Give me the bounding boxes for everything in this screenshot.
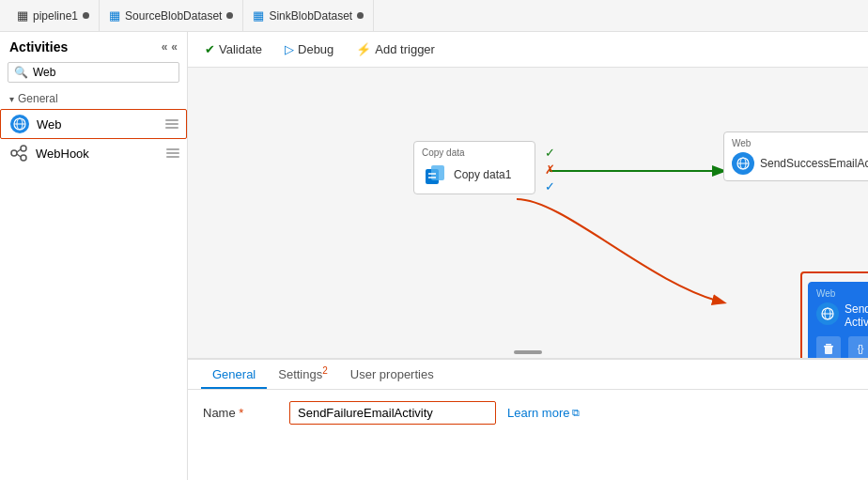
- web-success-title: Web: [732, 138, 865, 148]
- webhook-icon: [9, 144, 28, 163]
- add-trigger-button[interactable]: ⚡ Add trigger: [352, 40, 439, 58]
- web-failure-title: Web: [816, 288, 868, 299]
- tab-source-label: SourceBlobDataset: [125, 9, 222, 23]
- debug-button[interactable]: ▷ Debug: [281, 40, 337, 58]
- canvas-area[interactable]: Copy data Copy data1 ✓ ✗ ✓: [188, 68, 868, 358]
- pipeline-icon: ▦: [17, 8, 28, 23]
- node-actions-bar: {} →: [816, 336, 868, 358]
- debug-label: Debug: [298, 42, 333, 56]
- fail-connect-icon[interactable]: ✗: [545, 163, 555, 177]
- expand-icon[interactable]: «: [171, 40, 178, 54]
- sidebar-search-box[interactable]: 🔍: [8, 62, 179, 83]
- copy-data-node[interactable]: Copy data Copy data1 ✓ ✗ ✓: [413, 141, 535, 194]
- validate-label: Validate: [219, 42, 262, 56]
- debug-icon: ▷: [285, 42, 294, 56]
- main-layout: Activities « « 🔍 ▾ General: [0, 32, 868, 480]
- web-item-drag: [165, 119, 178, 129]
- svg-point-5: [21, 155, 26, 161]
- tab-user-properties[interactable]: User properties: [339, 362, 445, 389]
- search-input[interactable]: [33, 66, 173, 79]
- copy-node-side-icons: ✓ ✗ ✓: [545, 146, 555, 194]
- tab-sink-blob[interactable]: ▦ SinkBlobDataset: [243, 0, 374, 32]
- web-success-globe-icon: [732, 152, 754, 175]
- source-table-icon: ▦: [109, 8, 120, 23]
- section-general-label: General: [18, 92, 58, 105]
- right-panel: ✔ Validate ▷ Debug ⚡ Add trigger: [188, 32, 868, 480]
- web-failure-node[interactable]: Web SendFailureEmailActivity ✓: [808, 282, 868, 358]
- success-connect-icon[interactable]: ✓: [545, 146, 555, 160]
- name-input[interactable]: [289, 401, 496, 425]
- copy-data-label: Copy data1: [454, 168, 511, 181]
- sidebar-header-icons: « «: [162, 40, 178, 54]
- copy-data-body: Copy data1: [422, 162, 527, 188]
- settings-badge: 2: [322, 365, 328, 376]
- sidebar-header: Activities « «: [0, 32, 187, 62]
- canvas-svg: [188, 68, 868, 358]
- web-icon: [10, 115, 29, 133]
- copy-data-title: Copy data: [422, 147, 527, 158]
- web-success-node[interactable]: Web SendSuccessEmailActivity ✓ ✗: [723, 132, 868, 181]
- canvas-scroll-indicator: [514, 350, 542, 354]
- web-item-label: Web: [37, 117, 62, 132]
- svg-line-6: [17, 149, 21, 152]
- bottom-tabs-bar: General Settings2 User properties: [188, 360, 868, 390]
- bottom-panel: General Settings2 User properties Name *…: [188, 358, 868, 480]
- tab-settings[interactable]: Settings2: [267, 360, 339, 389]
- tab-sink-label: SinkBlobDataset: [269, 9, 352, 23]
- tab-pipeline1[interactable]: ▦ pipeline1: [8, 0, 100, 32]
- tab-general[interactable]: General: [201, 362, 267, 389]
- svg-rect-19: [826, 344, 831, 346]
- webhook-item-drag: [166, 148, 179, 158]
- external-link-icon: ⧉: [572, 407, 580, 419]
- tab-pipeline1-label: pipeline1: [33, 9, 78, 23]
- web-success-body: SendSuccessEmailActivity ✓ ✗ ✓: [732, 152, 865, 175]
- svg-point-3: [11, 150, 17, 156]
- bottom-content: Name * Learn more ⧉: [188, 390, 868, 436]
- learn-more-label: Learn more: [507, 406, 569, 420]
- svg-point-4: [21, 146, 26, 151]
- tab-settings-label: Settings: [278, 367, 322, 381]
- canvas-toolbar: ✔ Validate ▷ Debug ⚡ Add trigger: [188, 32, 868, 68]
- validate-icon: ✔: [205, 42, 215, 56]
- learn-more-link[interactable]: Learn more ⧉: [507, 406, 580, 420]
- sidebar-item-web[interactable]: Web: [0, 109, 187, 139]
- web-failure-globe-icon: [816, 302, 839, 325]
- webhook-item-label: WebHook: [36, 147, 89, 161]
- trigger-icon: ⚡: [356, 42, 371, 56]
- tab-user-properties-label: User properties: [350, 367, 434, 381]
- copy-data-icon: [422, 162, 448, 188]
- complete-connect-icon[interactable]: ✓: [545, 179, 555, 194]
- add-trigger-label: Add trigger: [375, 42, 435, 56]
- sidebar-item-webhook[interactable]: WebHook: [0, 139, 187, 167]
- web-failure-body: SendFailureEmailActivity ✓ ✗ ✓: [816, 302, 868, 329]
- sidebar: Activities « « 🔍 ▾ General: [0, 32, 188, 480]
- web-failure-label: SendFailureEmailActivity: [845, 302, 868, 329]
- tab-general-label: General: [212, 367, 256, 381]
- chevron-down-icon: ▾: [9, 94, 14, 104]
- name-field-label: Name *: [203, 406, 278, 420]
- tab-source-dot: [226, 12, 233, 19]
- svg-line-7: [17, 154, 21, 157]
- delete-node-button[interactable]: [816, 336, 841, 358]
- web-success-label: SendSuccessEmailActivity: [760, 157, 854, 170]
- variables-node-button[interactable]: {}: [848, 336, 868, 358]
- activities-title: Activities: [9, 39, 68, 54]
- tabs-bar: ▦ pipeline1 ▦ SourceBlobDataset ▦ SinkBl…: [0, 0, 868, 32]
- name-required-star: *: [239, 406, 243, 420]
- name-label-text: Name: [203, 406, 236, 420]
- sink-table-icon: ▦: [253, 8, 264, 23]
- search-icon: 🔍: [14, 66, 28, 79]
- validate-button[interactable]: ✔ Validate: [201, 40, 266, 58]
- tab-sink-dot: [357, 12, 364, 19]
- tab-pipeline1-dot: [83, 12, 89, 19]
- tab-source-blob[interactable]: ▦ SourceBlobDataset: [100, 0, 243, 32]
- sidebar-section-general: ▾ General: [0, 88, 187, 109]
- collapse-icon[interactable]: «: [162, 40, 168, 54]
